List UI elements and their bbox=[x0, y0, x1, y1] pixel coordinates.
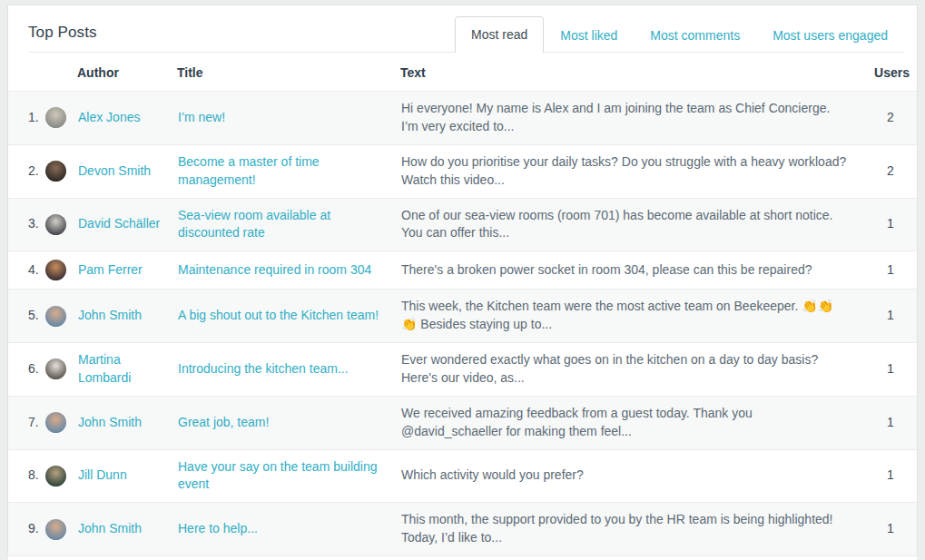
users-count: 1 bbox=[864, 251, 917, 290]
column-header-avatar bbox=[44, 53, 77, 92]
author-link[interactable]: Jill Dunn bbox=[78, 467, 127, 482]
post-text: This month, the support provided to you … bbox=[400, 503, 864, 556]
card-header: Top Posts Most read Most liked Most comm… bbox=[28, 5, 904, 53]
avatar-cell bbox=[44, 144, 77, 198]
author-avatar bbox=[45, 412, 66, 433]
table-row: 8. Jill Dunn Have your say on the team b… bbox=[8, 449, 917, 503]
users-count: 1 bbox=[864, 396, 917, 449]
post-title-link[interactable]: Sea-view room available at discounted ra… bbox=[178, 208, 330, 241]
top-posts-card: Top Posts Most read Most liked Most comm… bbox=[7, 5, 918, 555]
users-count: 1 bbox=[864, 503, 917, 556]
table-row: 7. John Smith Great job, team! We receiv… bbox=[8, 396, 917, 449]
post-title-link[interactable]: Here to help... bbox=[178, 521, 258, 535]
column-header-title: Title bbox=[177, 53, 400, 92]
post-title-link[interactable]: Maintenance required in room 304 bbox=[178, 262, 371, 277]
post-title-link[interactable]: I’m new! bbox=[178, 110, 225, 124]
row-rank: 9. bbox=[8, 503, 44, 556]
post-text: This week, the Kitchen team were the mos… bbox=[400, 290, 864, 343]
table-row: 6. Martina Lombardi Introducing the kitc… bbox=[8, 343, 917, 397]
users-count: 1 bbox=[864, 290, 917, 343]
column-header-text: Text bbox=[400, 53, 864, 92]
avatar-cell bbox=[44, 92, 77, 145]
author-avatar bbox=[45, 161, 66, 182]
author-link[interactable]: John Smith bbox=[78, 308, 142, 322]
row-rank: 2. bbox=[8, 144, 44, 198]
tab-most-read[interactable]: Most read bbox=[455, 16, 544, 53]
row-rank: 1. bbox=[8, 92, 44, 145]
row-rank: 4. bbox=[8, 251, 44, 290]
post-title-link[interactable]: Become a master of time management! bbox=[178, 154, 320, 187]
author-link[interactable]: Devon Smith bbox=[78, 163, 151, 178]
tab-most-comments[interactable]: Most comments bbox=[634, 17, 756, 53]
avatar-cell bbox=[44, 251, 77, 290]
avatar-cell bbox=[44, 396, 77, 449]
post-title-link[interactable]: Introducing the kitchen team... bbox=[178, 361, 349, 376]
post-title-link[interactable]: A big shout out to the Kitchen team! bbox=[178, 308, 379, 322]
post-text: One of our sea-view rooms (room 701) has… bbox=[400, 198, 864, 251]
author-avatar bbox=[45, 519, 66, 540]
post-text: Which activity would you prefer? bbox=[400, 449, 864, 503]
author-link[interactable]: Pam Ferrer bbox=[78, 262, 143, 277]
post-title-link[interactable]: Have your say on the team building event bbox=[178, 459, 377, 492]
top-posts-table-wrap: Author Title Text Users 1. Alex Jones I’… bbox=[8, 53, 917, 556]
table-row: 5. John Smith A big shout out to the Kit… bbox=[8, 290, 917, 343]
table-row: 1. Alex Jones I’m new! Hi everyone! My n… bbox=[8, 92, 917, 145]
table-row: 4. Pam Ferrer Maintenance required in ro… bbox=[8, 251, 917, 290]
avatar-cell bbox=[44, 343, 77, 397]
table-row: 9. John Smith Here to help... This month… bbox=[8, 503, 917, 556]
column-header-rank bbox=[8, 53, 44, 92]
avatar-cell bbox=[44, 449, 77, 503]
author-avatar bbox=[45, 214, 66, 235]
users-count: 1 bbox=[864, 449, 917, 503]
post-title-link[interactable]: Great job, team! bbox=[178, 415, 269, 429]
post-text: Ever wondered exactly what goes on in th… bbox=[400, 343, 864, 397]
author-avatar bbox=[45, 306, 66, 327]
table-row: 2. Devon Smith Become a master of time m… bbox=[8, 144, 917, 198]
row-rank: 5. bbox=[8, 290, 44, 343]
page-title: Top Posts bbox=[28, 24, 97, 42]
author-link[interactable]: David Schäller bbox=[78, 216, 160, 231]
users-count: 2 bbox=[864, 144, 917, 198]
author-link[interactable]: Martina Lombardi bbox=[78, 352, 131, 385]
users-count: 1 bbox=[864, 343, 917, 397]
author-link[interactable]: John Smith bbox=[78, 415, 142, 429]
row-rank: 8. bbox=[8, 449, 44, 503]
users-count: 1 bbox=[864, 198, 917, 251]
column-header-author: Author bbox=[77, 53, 177, 92]
tab-bar: Most read Most liked Most comments Most … bbox=[455, 16, 904, 53]
tab-most-users-engaged[interactable]: Most users engaged bbox=[756, 17, 904, 53]
post-text: There's a broken power socket in room 30… bbox=[400, 251, 864, 290]
author-link[interactable]: Alex Jones bbox=[78, 110, 140, 124]
author-avatar bbox=[45, 107, 66, 128]
row-rank: 7. bbox=[8, 396, 44, 449]
author-avatar bbox=[45, 260, 66, 280]
top-posts-table: Author Title Text Users 1. Alex Jones I’… bbox=[8, 53, 917, 556]
table-row: 3. David Schäller Sea-view room availabl… bbox=[8, 198, 917, 251]
author-avatar bbox=[45, 466, 66, 486]
avatar-cell bbox=[44, 290, 77, 343]
row-rank: 6. bbox=[8, 343, 44, 397]
column-header-users: Users bbox=[864, 53, 917, 92]
row-rank: 3. bbox=[8, 198, 44, 251]
tab-most-liked[interactable]: Most liked bbox=[544, 17, 634, 53]
post-text: Hi everyone! My name is Alex and I am jo… bbox=[400, 92, 864, 145]
author-link[interactable]: John Smith bbox=[78, 521, 142, 535]
avatar-cell bbox=[44, 503, 77, 556]
avatar-cell bbox=[44, 198, 77, 251]
author-avatar bbox=[45, 359, 66, 379]
post-text: We received amazing feedback from a gues… bbox=[400, 396, 864, 449]
users-count: 2 bbox=[864, 92, 917, 145]
card-footer bbox=[8, 556, 917, 560]
table-header-row: Author Title Text Users bbox=[8, 53, 917, 92]
post-text: How do you prioritise your daily tasks? … bbox=[400, 144, 864, 198]
